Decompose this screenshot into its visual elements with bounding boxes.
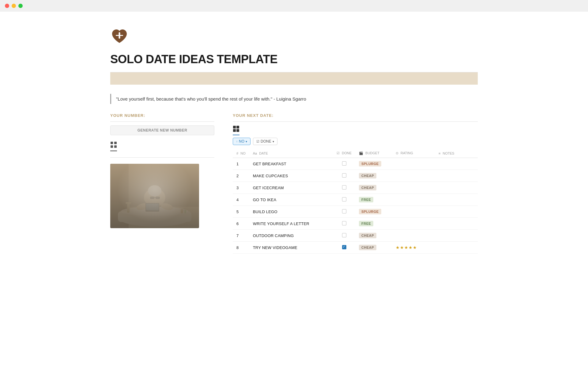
budget-badge: SPLURGE: [359, 161, 381, 167]
checkbox[interactable]: [342, 185, 346, 190]
checkbox[interactable]: [342, 197, 346, 201]
cell-date: GET ICECREAM: [249, 182, 333, 194]
checkbox[interactable]: [342, 245, 346, 249]
budget-badge: CHEAP: [359, 233, 376, 238]
checkbox[interactable]: [342, 233, 346, 237]
svg-rect-1: [119, 32, 120, 39]
svg-rect-5: [114, 145, 117, 148]
table-view-icon-bar: [233, 125, 239, 135]
bath-scene-svg: [110, 164, 199, 228]
cell-done[interactable]: [333, 182, 355, 194]
svg-rect-16: [156, 197, 160, 199]
quote-text: "Love yourself first, because that's who…: [116, 96, 306, 102]
cell-date: GET BREAKFAST: [249, 158, 333, 170]
svg-rect-7: [110, 164, 199, 207]
cell-no: 8: [233, 242, 249, 254]
cell-budget: FREE: [355, 218, 392, 230]
filter-done-chip[interactable]: ☑ DONE ▾: [253, 138, 277, 145]
col-notes-header: ≡ NOTES: [435, 149, 478, 158]
svg-point-12: [144, 188, 165, 207]
checkbox[interactable]: [342, 221, 346, 225]
logo-area: [110, 12, 478, 53]
table-row: 3GET ICECREAMCHEAP: [233, 182, 478, 194]
cell-budget: CHEAP: [355, 230, 392, 242]
cell-no: 7: [233, 230, 249, 242]
checkbox[interactable]: [342, 161, 346, 166]
logo-icon: [110, 27, 129, 45]
dates-table: # NO Aa DATE ☑ DONE 🎬 BUDGET ⊙ RATING ≡ …: [233, 149, 478, 254]
cell-done[interactable]: [333, 242, 355, 254]
number-divider: [110, 121, 214, 122]
cell-done[interactable]: [333, 206, 355, 218]
budget-badge: FREE: [359, 197, 373, 202]
cell-notes: [435, 242, 478, 254]
cell-budget: CHEAP: [355, 242, 392, 254]
cell-budget: CHEAP: [355, 182, 392, 194]
main-content: SOLO DATE IDEAS TEMPLATE "Love yourself …: [80, 12, 508, 254]
svg-point-9: [118, 208, 191, 227]
cell-rating: [392, 182, 435, 194]
svg-rect-26: [233, 126, 236, 128]
col-done-header: ☑ DONE: [333, 149, 355, 158]
table-body: 1GET BREAKFASTSPLURGE2MAKE CUPCAKESCHEAP…: [233, 158, 478, 254]
cell-done[interactable]: [333, 158, 355, 170]
filter-no-label: NO: [239, 139, 244, 144]
col-budget-header: 🎬 BUDGET: [355, 149, 392, 158]
cell-budget: FREE: [355, 194, 392, 206]
generate-number-button[interactable]: GENERATE NEW NUMBER: [110, 125, 214, 135]
cell-notes: [435, 158, 478, 170]
svg-rect-29: [236, 129, 239, 132]
cell-no: 3: [233, 182, 249, 194]
filter-no-chip[interactable]: ↑ NO ▾: [233, 138, 251, 145]
cell-budget: CHEAP: [355, 170, 392, 182]
svg-rect-10: [118, 211, 191, 222]
cell-notes: [435, 230, 478, 242]
svg-rect-8: [110, 164, 129, 228]
page-title: SOLO DATE IDEAS TEMPLATE: [110, 53, 478, 66]
minimize-button[interactable]: [12, 4, 16, 8]
cell-no: 2: [233, 170, 249, 182]
table-row: 5BUILD LEGOSPLURGE: [233, 206, 478, 218]
checkbox[interactable]: [342, 209, 346, 213]
cell-notes: [435, 170, 478, 182]
table-view-icon[interactable]: [233, 125, 239, 132]
grid-icon-area: [110, 139, 117, 151]
svg-point-11: [121, 207, 188, 216]
grid-divider: [110, 157, 214, 158]
cell-done[interactable]: [333, 170, 355, 182]
cell-notes: [435, 182, 478, 194]
banner: [110, 72, 478, 85]
svg-rect-22: [127, 204, 130, 213]
chevron-down-icon-2: ▾: [273, 140, 274, 143]
cell-done[interactable]: [333, 194, 355, 206]
cell-done[interactable]: [333, 218, 355, 230]
svg-rect-23: [126, 202, 131, 204]
table-row: 7OUTDOOR CAMPINGCHEAP: [233, 230, 478, 242]
cell-no: 1: [233, 158, 249, 170]
cell-date: BUILD LEGO: [249, 206, 333, 218]
cell-rating: [392, 206, 435, 218]
budget-badge: SPLURGE: [359, 209, 381, 214]
rating-stars: ★★★★★: [396, 245, 417, 250]
table-row: 8TRY NEW VIDEOGAMECHEAP★★★★★: [233, 242, 478, 254]
table-row: 6WRITE YOURSELF A LETTERFREE: [233, 218, 478, 230]
titlebar: [0, 0, 588, 12]
table-row: 2MAKE CUPCAKESCHEAP: [233, 170, 478, 182]
svg-point-18: [136, 202, 149, 211]
table-row: 4GO TO IKEAFREE: [233, 194, 478, 206]
svg-rect-20: [145, 203, 159, 212]
checkbox[interactable]: [342, 173, 346, 178]
svg-rect-17: [154, 197, 156, 198]
cell-budget: SPLURGE: [355, 206, 392, 218]
close-button[interactable]: [5, 4, 9, 8]
maximize-button[interactable]: [18, 4, 23, 8]
budget-badge: FREE: [359, 221, 373, 226]
grid-icon: [110, 141, 117, 148]
svg-rect-25: [184, 210, 186, 213]
cell-done[interactable]: [333, 230, 355, 242]
cell-notes: [435, 194, 478, 206]
cell-notes: [435, 218, 478, 230]
cell-rating: [392, 218, 435, 230]
cell-date: MAKE CUPCAKES: [249, 170, 333, 182]
cell-rating: [392, 170, 435, 182]
